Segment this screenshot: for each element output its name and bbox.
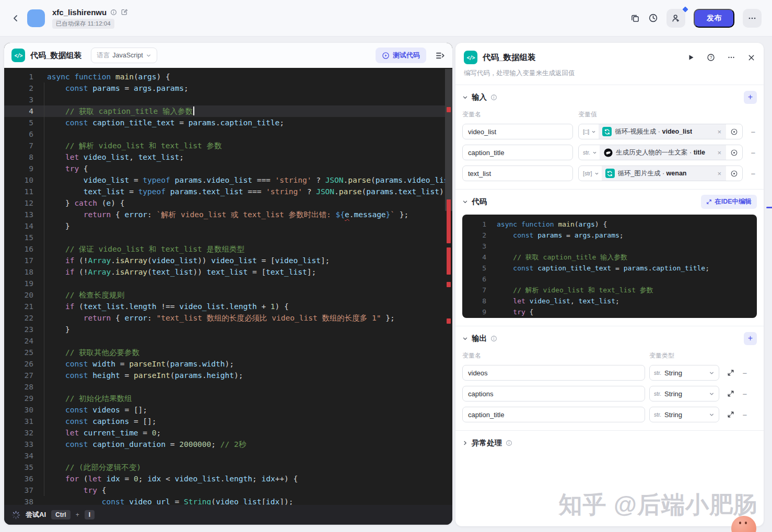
remove-row-icon[interactable]: −: [741, 389, 748, 398]
info-icon[interactable]: [110, 9, 117, 16]
app-icon[interactable]: [27, 9, 45, 27]
svg-text:?: ?: [710, 55, 712, 60]
chevron-down-icon[interactable]: [462, 199, 468, 205]
output-type-select[interactable]: str. String: [649, 386, 719, 401]
input-row: [str] 循环_图片生成 · wenan × −: [462, 165, 757, 181]
exception-section: 异常处理: [455, 431, 764, 463]
output-name-input[interactable]: [462, 407, 645, 422]
chevron-down-icon: [709, 391, 715, 397]
variable-name-input[interactable]: [462, 165, 573, 181]
code-preview[interactable]: 1async function main(args) {2 const para…: [462, 215, 757, 318]
reference-settings-icon[interactable]: [730, 128, 738, 136]
expand-icon[interactable]: [727, 411, 734, 418]
run-node-icon[interactable]: [687, 54, 695, 61]
remove-row-icon[interactable]: −: [750, 127, 757, 136]
clear-reference-icon[interactable]: ×: [716, 149, 722, 157]
app-title: xfc_lishirenwu: [52, 8, 107, 17]
output-type-select[interactable]: str. String: [649, 407, 719, 422]
publish-button[interactable]: 发布: [694, 9, 734, 28]
output-name-input[interactable]: [462, 386, 645, 401]
code-editor-panel: </> 代码_数据组装 语言 JavaScript 测试代码 1async fu…: [4, 43, 452, 525]
column-label: 变量类型: [649, 351, 674, 360]
language-select[interactable]: 语言 JavaScript: [91, 48, 157, 63]
history-icon[interactable]: [648, 13, 658, 23]
editor-scrollbar[interactable]: [445, 68, 452, 505]
more-icon[interactable]: [727, 53, 735, 62]
variable-reference[interactable]: 循环-视频生成 · video_list ×: [599, 124, 726, 139]
editor-header: </> 代码_数据组装 语言 JavaScript 测试代码: [4, 43, 452, 68]
add-input-button[interactable]: +: [744, 91, 757, 104]
clear-reference-icon[interactable]: ×: [716, 170, 722, 178]
help-icon[interactable]: ?: [707, 53, 715, 62]
indent-guide: [44, 82, 44, 496]
ctrl-keycap: Ctrl: [51, 510, 71, 519]
edit-icon[interactable]: [121, 8, 128, 16]
code-section: 代码 在IDE中编辑 1async function main(args) {2…: [455, 190, 764, 326]
type-dropdown[interactable]: [□]: [579, 128, 599, 135]
input-row: str. 生成历史人物的一生文案 · title × −: [462, 145, 757, 160]
language-value: JavaScript: [112, 52, 143, 59]
chevron-right-icon[interactable]: [462, 440, 468, 446]
chevron-down-icon: [709, 370, 715, 376]
edit-in-ide-button[interactable]: 在IDE中编辑: [701, 195, 757, 209]
editor-title: 代码_数据组装: [30, 51, 81, 61]
variable-value-control[interactable]: str. 生成历史人物的一生文案 · title ×: [578, 145, 743, 160]
error-mark: [447, 247, 451, 275]
variable-name-input[interactable]: [462, 145, 573, 160]
variable-reference[interactable]: 生成历史人物的一生文案 · title ×: [600, 145, 726, 160]
remove-row-icon[interactable]: −: [750, 148, 757, 157]
reference-settings-icon[interactable]: [730, 170, 738, 178]
back-icon[interactable]: [11, 14, 20, 22]
expand-icon[interactable]: [727, 369, 734, 376]
output-type-select[interactable]: str. String: [649, 365, 719, 381]
output-row: str. String −: [462, 365, 757, 381]
code-node-icon: </>: [464, 51, 477, 64]
collapse-panel-icon[interactable]: [435, 51, 445, 61]
column-label: 变量值: [578, 110, 597, 119]
type-dropdown[interactable]: [str]: [579, 170, 602, 176]
chevron-down-icon[interactable]: [462, 94, 468, 100]
collaborators-button[interactable]: [666, 9, 685, 28]
variable-value-control[interactable]: [□] 循环-视频生成 · video_list ×: [578, 124, 743, 139]
variable-reference[interactable]: 循环_图片生成 · wenan ×: [602, 166, 727, 181]
output-row: str. String −: [462, 407, 757, 422]
error-mark: [447, 107, 451, 112]
type-dropdown[interactable]: str.: [579, 149, 600, 156]
chevron-down-icon: [591, 129, 596, 134]
mascot-eye: [745, 522, 747, 524]
more-button[interactable]: [743, 9, 762, 28]
autosave-status: 已自动保存 11:12:04: [52, 19, 114, 29]
expand-icon: [706, 199, 712, 205]
clear-reference-icon[interactable]: ×: [716, 128, 722, 136]
input-section-title: 输入: [472, 92, 487, 102]
duplicate-icon[interactable]: [630, 14, 640, 23]
exception-section-title: 异常处理: [472, 438, 502, 448]
add-output-button[interactable]: +: [744, 332, 757, 345]
ai-assist-bar[interactable]: 尝试AI Ctrl + I: [4, 505, 452, 525]
language-label: 语言: [97, 51, 110, 60]
chevron-down-icon[interactable]: [462, 336, 468, 341]
code-section-title: 代码: [472, 197, 487, 207]
plus-separator: +: [76, 511, 79, 518]
llm-node-icon: [603, 148, 613, 157]
reference-settings-icon[interactable]: [730, 149, 738, 157]
error-mark: [447, 199, 451, 243]
remove-row-icon[interactable]: −: [741, 410, 748, 419]
expand-icon[interactable]: [727, 390, 734, 397]
edge-indicator: [766, 207, 772, 208]
config-subtitle: 编写代码，处理输入变量来生成返回值: [464, 69, 755, 78]
variable-name-input[interactable]: [462, 124, 573, 139]
chevron-down-icon: [592, 150, 597, 155]
variable-value-control[interactable]: [str] 循环_图片生成 · wenan ×: [578, 165, 743, 181]
scrollbar-thumb[interactable]: [445, 69, 452, 211]
output-name-input[interactable]: [462, 365, 645, 381]
test-code-button[interactable]: 测试代码: [376, 48, 426, 63]
code-node-icon: </>: [11, 49, 25, 62]
remove-row-icon[interactable]: −: [750, 169, 757, 178]
remove-row-icon[interactable]: −: [741, 369, 748, 377]
close-icon[interactable]: [747, 54, 755, 62]
error-mark: [447, 282, 451, 287]
code-editor[interactable]: 1async function main(args) {2 const para…: [4, 68, 452, 505]
i-keycap: I: [85, 510, 95, 519]
info-icon: [506, 440, 512, 446]
